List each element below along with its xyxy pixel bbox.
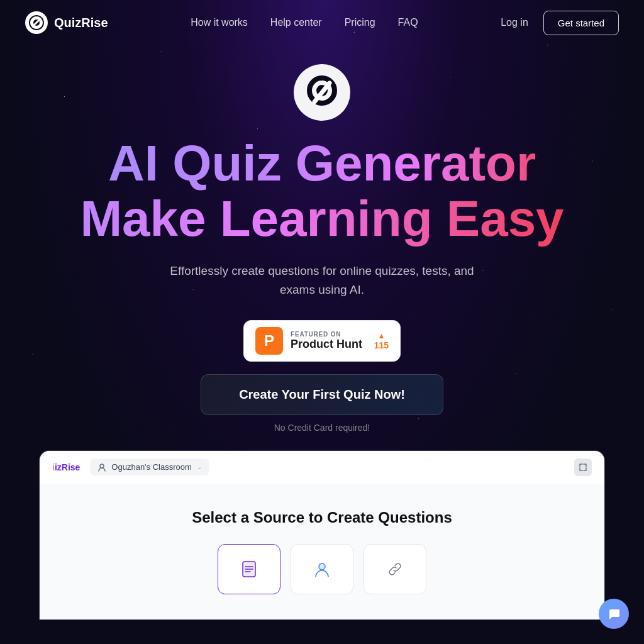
cta-button[interactable]: Create Your First Quiz Now! bbox=[201, 374, 443, 415]
logo-icon bbox=[25, 11, 48, 34]
file-icon bbox=[239, 559, 259, 579]
product-hunt-icon: P bbox=[255, 327, 283, 355]
classroom-selector[interactable]: Oguzhan's Classroom ⌄ bbox=[90, 458, 209, 475]
chat-icon bbox=[607, 607, 621, 621]
app-preview-wrapper: iizRise Oguzhan's Classroom ⌄ Select a S… bbox=[0, 450, 644, 620]
svg-point-7 bbox=[100, 464, 104, 468]
logo-text: QuizRise bbox=[54, 16, 108, 30]
nav-actions: Log in Get started bbox=[501, 11, 619, 35]
logo-link[interactable]: QuizRise bbox=[25, 11, 108, 34]
app-content: Select a Source to Create Questions bbox=[40, 484, 604, 619]
hero-subtitle: Effortlessly create questions for online… bbox=[165, 262, 479, 300]
person-icon bbox=[312, 559, 332, 579]
chat-widget[interactable] bbox=[599, 599, 629, 629]
app-topbar: iizRise Oguzhan's Classroom ⌄ bbox=[40, 451, 604, 484]
source-option-2[interactable] bbox=[291, 544, 353, 594]
app-preview: iizRise Oguzhan's Classroom ⌄ Select a S… bbox=[39, 450, 605, 620]
ph-name: Product Hunt bbox=[291, 338, 362, 351]
product-hunt-badge[interactable]: P FEATURED ON Product Hunt ▲ 115 bbox=[243, 320, 401, 362]
svg-point-9 bbox=[319, 564, 325, 570]
nav-links: How it works Help center Pricing FAQ bbox=[191, 17, 418, 28]
get-started-button[interactable]: Get started bbox=[543, 11, 619, 35]
ph-arrow-icon: ▲ bbox=[377, 331, 385, 340]
hero-title: AI Quiz Generator Make Learning Easy bbox=[80, 136, 564, 247]
hero-title-line1: AI Quiz Generator bbox=[80, 136, 564, 191]
ph-vote-count: 115 bbox=[374, 340, 389, 350]
hero-logo-icon bbox=[294, 64, 350, 121]
nav-pricing[interactable]: Pricing bbox=[345, 17, 375, 28]
expand-icon[interactable] bbox=[574, 458, 592, 476]
app-content-title: Select a Source to Create Questions bbox=[65, 509, 579, 526]
source-option-1[interactable] bbox=[218, 544, 280, 594]
nav-faq[interactable]: FAQ bbox=[398, 17, 418, 28]
navbar: QuizRise How it works Help center Pricin… bbox=[0, 0, 644, 45]
nav-help-center[interactable]: Help center bbox=[270, 17, 322, 28]
ph-featured-label: FEATURED ON bbox=[291, 331, 362, 338]
classroom-name: Oguzhan's Classroom bbox=[111, 462, 191, 472]
link-icon bbox=[385, 559, 405, 579]
hero-section: AI Quiz Generator Make Learning Easy Eff… bbox=[0, 45, 644, 450]
hero-title-line2: Make Learning Easy bbox=[80, 191, 564, 247]
user-icon bbox=[97, 463, 106, 472]
nav-how-it-works[interactable]: How it works bbox=[191, 17, 248, 28]
ph-votes: ▲ 115 bbox=[374, 331, 389, 350]
app-logo: iizRise bbox=[52, 462, 80, 472]
dropdown-arrow-icon: ⌄ bbox=[197, 464, 202, 470]
source-option-3[interactable] bbox=[364, 544, 426, 594]
no-credit-card-label: No Credit Card required! bbox=[274, 423, 370, 433]
source-options bbox=[65, 544, 579, 594]
product-hunt-text: FEATURED ON Product Hunt bbox=[291, 331, 362, 351]
login-link[interactable]: Log in bbox=[501, 17, 528, 28]
